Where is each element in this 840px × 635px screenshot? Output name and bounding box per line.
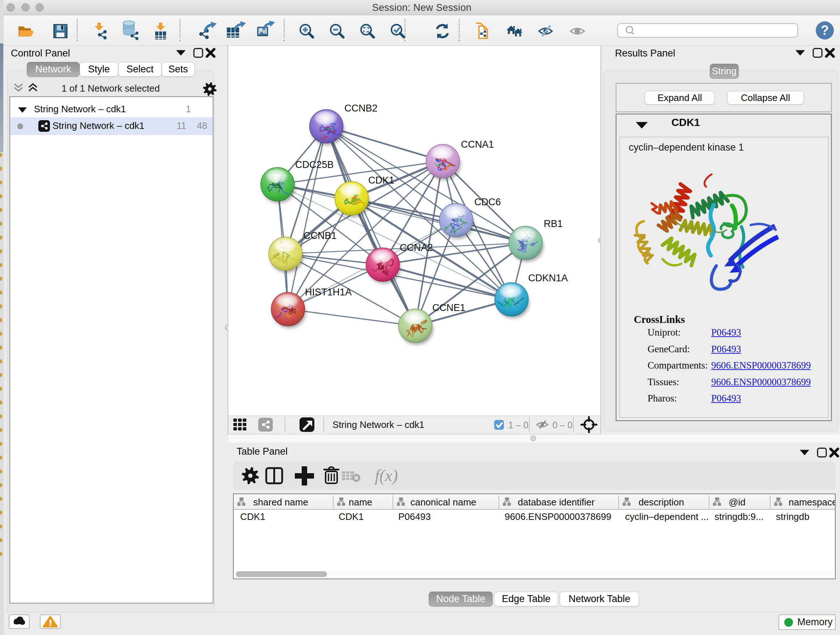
svg-text:CDKN1A: CDKN1A [528, 272, 568, 283]
svg-text:?: ? [821, 23, 829, 38]
svg-text:HIST1H1A: HIST1H1A [305, 287, 352, 298]
svg-text:CDK1: CDK1 [368, 175, 394, 186]
svg-text:CCNB1: CCNB1 [303, 230, 337, 241]
svg-text:CCNA1: CCNA1 [461, 139, 494, 150]
svg-text:CCNB2: CCNB2 [344, 103, 378, 114]
svg-text:RB1: RB1 [544, 218, 563, 229]
svg-text:CCNE1: CCNE1 [432, 302, 466, 313]
svg-text:f(x): f(x) [375, 466, 398, 485]
svg-text:CCNA2: CCNA2 [400, 242, 433, 253]
svg-text:CDC6: CDC6 [474, 196, 501, 207]
svg-text:CDC25B: CDC25B [295, 159, 334, 170]
